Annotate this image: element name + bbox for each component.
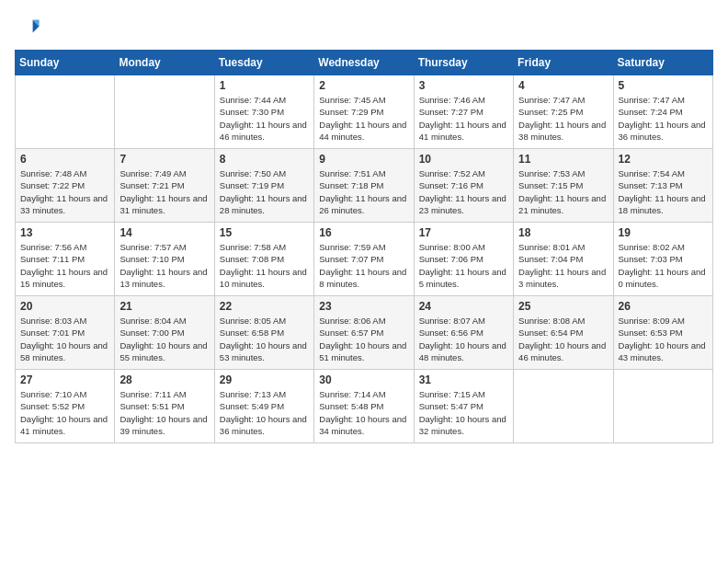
cell-content: Sunrise: 7:48 AM Sunset: 7:22 PM Dayligh…	[20, 167, 109, 216]
day-number: 26	[619, 300, 708, 313]
day-number: 30	[319, 373, 408, 386]
daylight-text: Daylight: 10 hours and 36 minutes.	[220, 414, 307, 436]
sunset-text: Sunset: 6:54 PM	[518, 327, 583, 338]
daylight-text: Daylight: 10 hours and 43 minutes.	[619, 340, 706, 362]
weekday-header: Friday	[514, 51, 613, 75]
sunrise-text: Sunrise: 7:10 AM	[20, 389, 86, 399]
sunrise-text: Sunrise: 7:44 AM	[220, 95, 286, 105]
calendar-cell: 9 Sunrise: 7:51 AM Sunset: 7:18 PM Dayli…	[314, 149, 414, 223]
calendar-cell	[613, 370, 712, 443]
calendar-cell: 8 Sunrise: 7:50 AM Sunset: 7:19 PM Dayli…	[214, 149, 313, 223]
sunset-text: Sunset: 6:58 PM	[220, 327, 284, 338]
cell-content: Sunrise: 8:03 AM Sunset: 7:01 PM Dayligh…	[20, 315, 109, 363]
calendar-cell: 17 Sunrise: 8:00 AM Sunset: 7:06 PM Dayl…	[414, 223, 513, 296]
sunrise-text: Sunrise: 7:45 AM	[319, 95, 385, 105]
cell-content: Sunrise: 7:54 AM Sunset: 7:13 PM Dayligh…	[619, 167, 708, 216]
logo	[15, 15, 44, 40]
daylight-text: Daylight: 11 hours and 8 minutes.	[319, 267, 406, 289]
sunrise-text: Sunrise: 7:57 AM	[119, 242, 186, 252]
calendar-cell: 29 Sunrise: 7:13 AM Sunset: 5:49 PM Dayl…	[214, 370, 313, 443]
sunset-text: Sunset: 7:19 PM	[220, 180, 284, 190]
day-number: 29	[220, 373, 309, 386]
calendar-cell: 31 Sunrise: 7:15 AM Sunset: 5:47 PM Dayl…	[414, 370, 513, 443]
day-number: 25	[518, 300, 608, 313]
sunrise-text: Sunrise: 7:47 AM	[619, 95, 685, 105]
sunrise-text: Sunrise: 7:11 AM	[119, 389, 186, 399]
sunset-text: Sunset: 7:11 PM	[20, 254, 85, 264]
daylight-text: Daylight: 10 hours and 32 minutes.	[419, 414, 506, 436]
day-number: 9	[319, 153, 408, 166]
day-number: 27	[20, 373, 109, 386]
day-number: 2	[319, 79, 408, 92]
cell-content: Sunrise: 7:10 AM Sunset: 5:52 PM Dayligh…	[20, 388, 109, 437]
weekday-header: Monday	[115, 51, 214, 75]
cell-content: Sunrise: 8:07 AM Sunset: 6:56 PM Dayligh…	[419, 315, 508, 363]
cell-content: Sunrise: 8:04 AM Sunset: 7:00 PM Dayligh…	[119, 315, 209, 363]
cell-content: Sunrise: 7:14 AM Sunset: 5:48 PM Dayligh…	[319, 388, 408, 437]
sunrise-text: Sunrise: 7:50 AM	[220, 168, 286, 178]
daylight-text: Daylight: 11 hours and 5 minutes.	[419, 267, 506, 289]
sunrise-text: Sunrise: 8:02 AM	[619, 242, 685, 252]
daylight-text: Daylight: 11 hours and 41 minutes.	[419, 120, 506, 142]
daylight-text: Daylight: 10 hours and 58 minutes.	[20, 340, 108, 362]
calendar-cell: 14 Sunrise: 7:57 AM Sunset: 7:10 PM Dayl…	[115, 223, 214, 296]
sunrise-text: Sunrise: 7:48 AM	[20, 168, 86, 178]
daylight-text: Daylight: 11 hours and 28 minutes.	[220, 193, 307, 215]
sunset-text: Sunset: 7:18 PM	[319, 180, 383, 190]
daylight-text: Daylight: 11 hours and 44 minutes.	[319, 120, 406, 142]
sunset-text: Sunset: 7:10 PM	[119, 254, 184, 264]
sunrise-text: Sunrise: 8:04 AM	[119, 316, 186, 326]
sunrise-text: Sunrise: 7:58 AM	[220, 242, 286, 252]
calendar-cell: 26 Sunrise: 8:09 AM Sunset: 6:53 PM Dayl…	[613, 296, 712, 370]
day-number: 31	[419, 373, 508, 386]
sunset-text: Sunset: 7:06 PM	[419, 254, 483, 264]
day-number: 8	[220, 153, 309, 166]
calendar-week-row: 20 Sunrise: 8:03 AM Sunset: 7:01 PM Dayl…	[16, 296, 713, 370]
day-number: 17	[419, 226, 508, 239]
calendar-cell: 16 Sunrise: 7:59 AM Sunset: 7:07 PM Dayl…	[314, 223, 414, 296]
day-number: 4	[518, 79, 608, 92]
day-number: 20	[20, 300, 109, 313]
cell-content: Sunrise: 8:09 AM Sunset: 6:53 PM Dayligh…	[619, 315, 708, 363]
calendar-week-row: 27 Sunrise: 7:10 AM Sunset: 5:52 PM Dayl…	[16, 370, 713, 443]
day-number: 6	[20, 153, 109, 166]
cell-content: Sunrise: 7:15 AM Sunset: 5:47 PM Dayligh…	[419, 388, 508, 437]
sunset-text: Sunset: 7:01 PM	[20, 327, 85, 338]
cell-content: Sunrise: 7:47 AM Sunset: 7:24 PM Dayligh…	[619, 94, 708, 143]
calendar-cell: 22 Sunrise: 8:05 AM Sunset: 6:58 PM Dayl…	[214, 296, 313, 370]
sunrise-text: Sunrise: 8:05 AM	[220, 316, 286, 326]
calendar-cell: 2 Sunrise: 7:45 AM Sunset: 7:29 PM Dayli…	[314, 75, 414, 149]
sunset-text: Sunset: 5:48 PM	[319, 401, 383, 411]
cell-content: Sunrise: 8:08 AM Sunset: 6:54 PM Dayligh…	[518, 315, 608, 363]
calendar-cell: 15 Sunrise: 7:58 AM Sunset: 7:08 PM Dayl…	[214, 223, 313, 296]
calendar-cell: 20 Sunrise: 8:03 AM Sunset: 7:01 PM Dayl…	[16, 296, 115, 370]
day-number: 12	[619, 153, 708, 166]
cell-content: Sunrise: 7:13 AM Sunset: 5:49 PM Dayligh…	[220, 388, 309, 437]
daylight-text: Daylight: 11 hours and 15 minutes.	[20, 267, 108, 289]
calendar-cell: 12 Sunrise: 7:54 AM Sunset: 7:13 PM Dayl…	[613, 149, 712, 223]
sunset-text: Sunset: 6:57 PM	[319, 327, 383, 338]
cell-content: Sunrise: 8:05 AM Sunset: 6:58 PM Dayligh…	[220, 315, 309, 363]
day-number: 14	[119, 226, 209, 239]
sunset-text: Sunset: 7:07 PM	[319, 254, 383, 264]
day-number: 18	[518, 226, 608, 239]
daylight-text: Daylight: 11 hours and 38 minutes.	[518, 120, 606, 142]
sunrise-text: Sunrise: 7:46 AM	[419, 95, 485, 105]
calendar-cell: 1 Sunrise: 7:44 AM Sunset: 7:30 PM Dayli…	[214, 75, 313, 149]
sunrise-text: Sunrise: 7:13 AM	[220, 389, 286, 399]
calendar-cell: 5 Sunrise: 7:47 AM Sunset: 7:24 PM Dayli…	[613, 75, 712, 149]
calendar-week-row: 13 Sunrise: 7:56 AM Sunset: 7:11 PM Dayl…	[16, 223, 713, 296]
sunset-text: Sunset: 6:53 PM	[619, 327, 683, 338]
calendar-cell: 18 Sunrise: 8:01 AM Sunset: 7:04 PM Dayl…	[514, 223, 613, 296]
daylight-text: Daylight: 10 hours and 48 minutes.	[419, 340, 506, 362]
daylight-text: Daylight: 11 hours and 13 minutes.	[119, 267, 207, 289]
sunset-text: Sunset: 7:16 PM	[419, 180, 483, 190]
calendar-cell: 11 Sunrise: 7:53 AM Sunset: 7:15 PM Dayl…	[514, 149, 613, 223]
cell-content: Sunrise: 7:46 AM Sunset: 7:27 PM Dayligh…	[419, 94, 508, 143]
calendar-cell: 3 Sunrise: 7:46 AM Sunset: 7:27 PM Dayli…	[414, 75, 513, 149]
sunset-text: Sunset: 7:30 PM	[220, 107, 284, 117]
sunrise-text: Sunrise: 8:09 AM	[619, 316, 685, 326]
calendar-cell: 30 Sunrise: 7:14 AM Sunset: 5:48 PM Dayl…	[314, 370, 414, 443]
cell-content: Sunrise: 7:57 AM Sunset: 7:10 PM Dayligh…	[119, 241, 209, 290]
calendar-cell: 6 Sunrise: 7:48 AM Sunset: 7:22 PM Dayli…	[16, 149, 115, 223]
